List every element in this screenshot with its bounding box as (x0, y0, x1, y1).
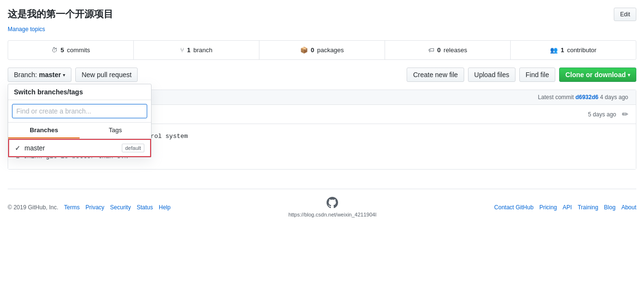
branch-icon: ⑂ (180, 46, 184, 54)
dropdown-tabs: Branches Tags (8, 123, 151, 139)
commit-prefix: Latest commit (538, 94, 574, 101)
status-link[interactable]: Status (137, 204, 153, 211)
branch-dropdown-wrapper: Branch: master ▾ Switch branches/tags Br… (8, 68, 71, 82)
releases-label: releases (444, 46, 467, 54)
branch-item-left: ✓ master (15, 144, 45, 152)
about-link[interactable]: About (621, 204, 636, 211)
edit-button[interactable]: Edit (614, 8, 636, 21)
manage-topics-link[interactable]: Manage topics (8, 26, 45, 33)
pricing-link[interactable]: Pricing (539, 204, 557, 211)
help-link[interactable]: Help (159, 204, 171, 211)
privacy-link[interactable]: Privacy (85, 204, 104, 211)
security-link[interactable]: Security (110, 204, 131, 211)
file-row-right: 5 days ago ✏ (588, 110, 628, 119)
branch-item-master[interactable]: ✓ master default (8, 139, 151, 157)
clone-or-download-button[interactable]: Clone or download ▾ (559, 68, 636, 82)
repo-title: 这是我的第一个开源项目 (8, 8, 113, 21)
terms-link[interactable]: Terms (64, 204, 80, 211)
create-new-file-button[interactable]: Create new file (407, 68, 464, 82)
branch-label: Branch: (14, 71, 37, 79)
releases-stat[interactable]: 🏷 0 releases (385, 41, 511, 59)
branch-search-area (8, 100, 151, 123)
default-badge: default (122, 144, 144, 152)
github-logo (327, 197, 338, 210)
contact-link[interactable]: Contact GitHub (494, 204, 534, 211)
branches-stat[interactable]: ⑂ 1 branch (134, 41, 259, 59)
branch-list: ✓ master default (8, 139, 151, 157)
branch-item-name: master (24, 144, 45, 152)
contributors-icon: 👥 (550, 46, 558, 54)
file-time: 5 days ago (588, 111, 616, 118)
footer-url: https://blog.csdn.net/weixin_4211904l (288, 212, 376, 217)
packages-stat[interactable]: 📦 0 packages (259, 41, 385, 59)
dropdown-title: Switch branches/tags (8, 84, 151, 100)
releases-count: 0 (437, 46, 441, 54)
footer: © 2019 GitHub, Inc. Terms Privacy Securi… (8, 189, 636, 225)
footer-left: © 2019 GitHub, Inc. Terms Privacy Securi… (8, 204, 171, 211)
commits-label: commits (67, 46, 90, 54)
toolbar-right: Create new file Upload files Find file C… (407, 68, 636, 82)
toolbar-left: Branch: master ▾ Switch branches/tags Br… (8, 68, 138, 82)
find-file-button[interactable]: Find file (519, 68, 555, 82)
branch-dropdown: Switch branches/tags Branches Tags ✓ mas… (8, 84, 152, 158)
chevron-down-icon: ▾ (628, 72, 630, 78)
package-icon: 📦 (300, 46, 308, 54)
commits-stat[interactable]: ⏱ 5 commits (8, 41, 134, 59)
new-pull-request-button[interactable]: New pull request (75, 68, 138, 82)
copyright: © 2019 GitHub, Inc. (8, 204, 59, 211)
tag-icon: 🏷 (428, 46, 434, 54)
contributors-label: contributor (567, 46, 596, 54)
packages-label: packages (317, 46, 344, 54)
current-branch: master (39, 71, 61, 79)
contributors-stat[interactable]: 👥 1 contributor (511, 41, 636, 59)
branch-label: branch (193, 46, 212, 54)
edit-file-icon-button[interactable]: ✏ (622, 110, 628, 119)
upload-files-button[interactable]: Upload files (468, 68, 515, 82)
training-link[interactable]: Training (578, 204, 598, 211)
commit-hash-link[interactable]: d6932d6 (575, 94, 598, 101)
commit-time: 4 days ago (600, 94, 628, 101)
packages-count: 0 (311, 46, 314, 54)
commits-icon: ⏱ (51, 46, 58, 54)
contributors-count: 1 (561, 46, 564, 54)
api-link[interactable]: API (562, 204, 572, 211)
branch-button[interactable]: Branch: master ▾ (8, 68, 71, 82)
tab-tags[interactable]: Tags (80, 123, 151, 138)
clone-label: Clone or download (565, 71, 626, 79)
checkmark-icon: ✓ (15, 144, 21, 152)
tab-branches[interactable]: Branches (8, 123, 80, 138)
chevron-down-icon: ▾ (63, 72, 65, 78)
footer-right: Contact GitHub Pricing API Training Blog… (494, 204, 636, 211)
branch-search-input[interactable] (12, 104, 147, 118)
stats-bar: ⏱ 5 commits ⑂ 1 branch 📦 0 packages 🏷 0 … (8, 40, 636, 60)
blog-link[interactable]: Blog (604, 204, 616, 211)
commits-count: 5 (60, 46, 64, 54)
branch-count: 1 (187, 46, 190, 54)
repo-toolbar: Branch: master ▾ Switch branches/tags Br… (8, 68, 636, 82)
footer-center: https://blog.csdn.net/weixin_4211904l (288, 197, 376, 217)
